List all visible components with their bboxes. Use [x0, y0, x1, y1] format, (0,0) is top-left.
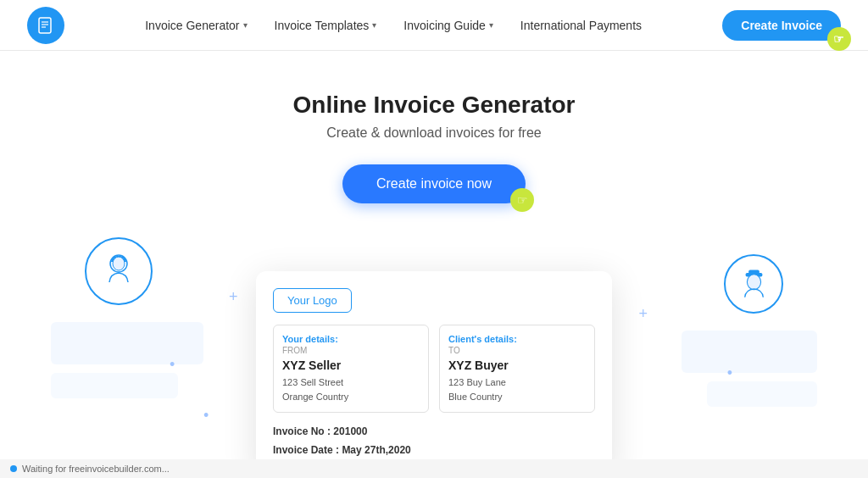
buyer-name: XYZ Buyer: [448, 358, 586, 372]
nav-international-payments[interactable]: International Payments: [520, 19, 642, 32]
nav-invoice-generator[interactable]: Invoice Generator ▾: [145, 19, 247, 32]
seller-label: Your details:: [282, 334, 420, 344]
svg-rect-8: [748, 270, 760, 274]
seller-name: XYZ Seller: [282, 358, 420, 372]
invoice-date-row: Invoice Date : May 27th,2020: [273, 442, 595, 460]
left-avatar-illustration: [85, 237, 153, 305]
chevron-down-icon: ▾: [243, 20, 248, 30]
bg-bar-right-2: [707, 381, 817, 407]
status-bar: Waiting for freeinvoicebuilder.com...: [0, 459, 868, 478]
main-nav: Invoice Generator ▾ Invoice Templates ▾ …: [145, 19, 642, 32]
dot-decor-1: •: [170, 356, 175, 374]
invoice-number-row: Invoice No : 201000: [273, 423, 595, 442]
plus-decor-1: +: [229, 288, 238, 306]
invoice-meta: Invoice No : 201000 Invoice Date : May 2…: [273, 423, 595, 459]
bg-bar-left-2: [51, 373, 178, 398]
seller-details-box: Your details: FROM XYZ Seller 123 Sell S…: [273, 325, 429, 413]
dot-decor-3: •: [727, 364, 732, 382]
plus-decor-2: +: [638, 305, 648, 323]
buyer-label: Client's details:: [448, 334, 586, 344]
dot-decor-2: •: [203, 407, 209, 425]
buyer-avatar: [724, 254, 783, 314]
seller-address: 123 Sell Street Orange Country: [282, 375, 420, 403]
chevron-down-icon: ▾: [372, 20, 376, 30]
logo[interactable]: [27, 7, 64, 44]
invoice-preview-card: Your Logo Your details: FROM XYZ Seller …: [256, 271, 612, 476]
logo-placeholder: Your Logo: [273, 288, 352, 313]
buyer-address: 123 Buy Lane Blue Country: [448, 375, 586, 403]
hero-subtitle: Create & download invoices for free: [326, 125, 541, 141]
create-invoice-button[interactable]: Create Invoice ☞: [722, 10, 841, 41]
chevron-down-icon: ▾: [489, 20, 493, 30]
svg-point-9: [747, 274, 760, 289]
seller-sublabel: FROM: [282, 346, 420, 355]
hero-title: Online Invoice Generator: [293, 92, 576, 119]
bg-bar-right: [682, 331, 817, 373]
svg-point-6: [113, 257, 125, 270]
cursor-pointer-icon: ☞: [827, 27, 851, 51]
nav-invoice-templates[interactable]: Invoice Templates ▾: [275, 19, 377, 32]
right-avatar-illustration: [724, 254, 783, 314]
buyer-details-box: Client's details: TO XYZ Buyer 123 Buy L…: [439, 325, 595, 413]
header: Invoice Generator ▾ Invoice Templates ▾ …: [0, 0, 868, 51]
status-text: Waiting for freeinvoicebuilder.com...: [22, 464, 170, 474]
bg-bar-left: [51, 322, 203, 364]
svg-rect-0: [39, 18, 51, 33]
nav-invoicing-guide[interactable]: Invoicing Guide ▾: [403, 19, 493, 32]
hero-section: Online Invoice Generator Create & downlo…: [0, 51, 868, 203]
seller-avatar: [85, 237, 153, 305]
hero-cta-button[interactable]: Create invoice now ☞: [342, 164, 526, 203]
logo-icon: [27, 7, 64, 44]
cursor-pointer-icon: ☞: [510, 188, 534, 212]
buyer-sublabel: TO: [448, 346, 586, 355]
status-dot-icon: [10, 465, 17, 472]
invoice-details-row: Your details: FROM XYZ Seller 123 Sell S…: [273, 325, 595, 413]
